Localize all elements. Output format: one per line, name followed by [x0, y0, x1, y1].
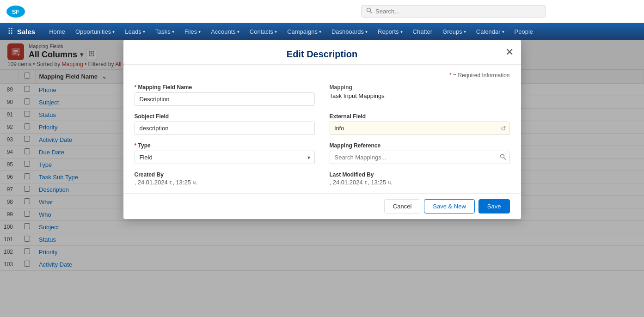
mapping-field-name-field: * Mapping Field Name	[135, 84, 315, 106]
mapping-field-name-input[interactable]	[135, 92, 315, 106]
form-grid: * Mapping Field Name Mapping Task Input …	[135, 84, 510, 164]
mapping-static-value: Task Input Mappings	[330, 92, 510, 99]
cancel-button[interactable]: Cancel	[384, 199, 420, 213]
mapping-static-label: Mapping	[330, 84, 510, 91]
app-grid-icon[interactable]: ⠿	[4, 26, 17, 37]
modal-footer: Cancel Save & New Save	[123, 193, 521, 219]
nav-item-files[interactable]: Files▾	[180, 23, 205, 40]
chevron-down-icon: ▾	[198, 29, 201, 34]
search-input[interactable]	[375, 8, 541, 15]
last-modified-item: Last Modified By , 24.01.2024 г., 13:25 …	[330, 171, 510, 186]
svg-point-2	[367, 8, 371, 12]
sobject-field-field: Sobject Field	[135, 113, 315, 135]
created-by-value: , 24.01.2024 г., 13:25 ч.	[135, 179, 315, 186]
main-content: Mapping Fields All Columns ▾ 109 items •…	[0, 40, 644, 317]
nav-item-tasks[interactable]: Tasks▾	[151, 23, 179, 40]
chevron-down-icon: ▾	[502, 29, 504, 34]
mapping-static-field: Mapping Task Input Mappings	[330, 84, 510, 106]
mapping-field-name-label: * Mapping Field Name	[135, 84, 315, 91]
edit-description-modal: Edit Description ✕ * = Required Informat…	[123, 40, 521, 219]
created-by-item: Created By , 24.01.2024 г., 13:25 ч.	[135, 171, 315, 186]
chevron-down-icon: ▾	[112, 29, 115, 34]
type-field: * Type Field Constant Formula ▾	[135, 142, 315, 164]
chevron-down-icon: ▾	[319, 29, 321, 34]
close-button[interactable]: ✕	[505, 47, 514, 57]
app-name: Sales	[17, 28, 35, 36]
nav-item-contacts[interactable]: Contacts▾	[245, 23, 282, 40]
search-icon	[366, 7, 373, 15]
save-and-new-button[interactable]: Save & New	[424, 199, 475, 213]
nav-item-chatter[interactable]: Chatter	[408, 23, 437, 40]
nav-item-opportunities[interactable]: Opportunities▾	[71, 23, 119, 40]
svg-line-3	[370, 12, 373, 14]
modal-overlay: Edit Description ✕ * = Required Informat…	[0, 40, 644, 317]
nav-items: Home Opportunities▾ Leads▾ Tasks▾ Files▾…	[44, 23, 538, 40]
chevron-down-icon: ▾	[464, 29, 466, 34]
created-by-label: Created By	[135, 171, 315, 178]
salesforce-logo: SF	[6, 4, 26, 19]
chevron-down-icon: ▾	[275, 29, 277, 34]
mapping-reference-wrapper	[330, 151, 510, 164]
top-bar: SF	[0, 0, 644, 23]
nav-item-calendar[interactable]: Calendar▾	[472, 23, 509, 40]
modal-body: * = Required Information * Mapping Field…	[123, 65, 521, 193]
last-modified-label: Last Modified By	[330, 171, 510, 178]
nav-item-accounts[interactable]: Accounts▾	[206, 23, 244, 40]
external-field-label: External Field	[330, 113, 510, 120]
required-note: * = Required Information	[135, 72, 510, 79]
nav-item-reports[interactable]: Reports▾	[373, 23, 407, 40]
sobject-field-input[interactable]	[135, 122, 315, 135]
nav-item-people[interactable]: People	[510, 23, 538, 40]
modal-header: Edit Description ✕	[123, 40, 521, 65]
modal-title: Edit Description	[135, 49, 510, 60]
undo-icon[interactable]: ↺	[501, 125, 506, 132]
chevron-down-icon: ▾	[400, 29, 403, 34]
external-field-field: External Field ↺	[330, 113, 510, 135]
search-bar[interactable]	[361, 5, 546, 18]
mapping-reference-input[interactable]	[330, 151, 510, 164]
nav-item-campaigns[interactable]: Campaigns▾	[282, 23, 326, 40]
nav-item-home[interactable]: Home	[44, 23, 70, 40]
type-select[interactable]: Field Constant Formula	[135, 151, 315, 164]
type-label: * Type	[135, 142, 315, 149]
mapping-reference-field: Mapping Reference	[330, 142, 510, 164]
sobject-field-label: Sobject Field	[135, 113, 315, 120]
save-button[interactable]: Save	[478, 199, 510, 213]
created-modified-grid: Created By , 24.01.2024 г., 13:25 ч. Las…	[135, 171, 510, 186]
external-field-input[interactable]	[330, 122, 510, 135]
chevron-down-icon: ▾	[172, 29, 174, 34]
last-modified-value: , 24.01.2024 г., 13:25 ч.	[330, 179, 510, 186]
chevron-down-icon: ▾	[143, 29, 145, 34]
nav-item-leads[interactable]: Leads▾	[120, 23, 149, 40]
type-select-wrapper: Field Constant Formula ▾	[135, 151, 315, 164]
nav-item-dashboards[interactable]: Dashboards▾	[327, 23, 372, 40]
svg-text:SF: SF	[12, 8, 20, 15]
chevron-down-icon: ▾	[237, 29, 239, 34]
nav-item-groups[interactable]: Groups▾	[438, 23, 471, 40]
mapping-reference-label: Mapping Reference	[330, 142, 510, 149]
chevron-down-icon: ▾	[365, 29, 368, 34]
nav-bar: ⠿ Sales Home Opportunities▾ Leads▾ Tasks…	[0, 23, 644, 40]
